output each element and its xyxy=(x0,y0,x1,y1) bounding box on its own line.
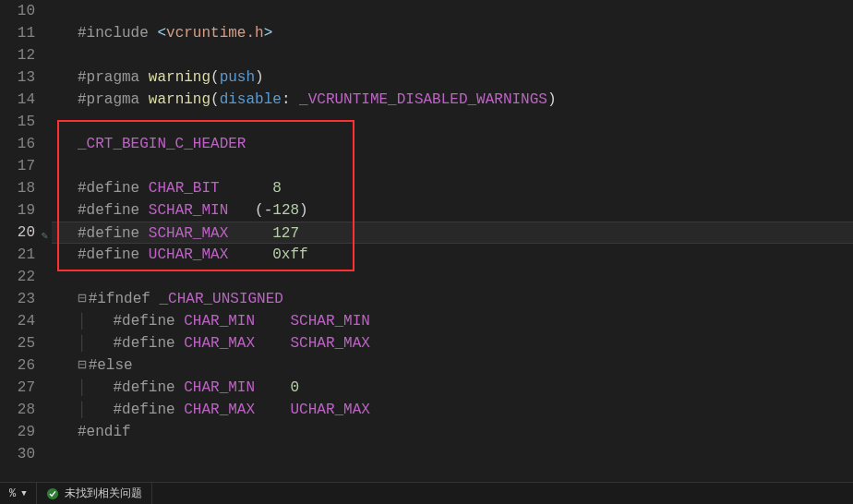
line-number: 22 xyxy=(0,266,35,288)
line-number: 21 xyxy=(0,244,35,266)
fold-marker-icon[interactable]: ⊟ xyxy=(78,357,87,374)
line-number-gutter: 10 11 12 13 14 15 16 17 18 19 20✎ 21 22 … xyxy=(0,0,52,475)
line-number: 18 xyxy=(0,177,35,199)
code-line: ⊟#else xyxy=(78,354,853,377)
line-number: 16 xyxy=(0,133,35,155)
line-number: 19 xyxy=(0,199,35,222)
code-line xyxy=(78,0,853,22)
code-line: │ #define CHAR_MAX SCHAR_MAX xyxy=(78,332,853,354)
line-number: 28 xyxy=(0,399,35,421)
code-line: #define CHAR_BIT 8 xyxy=(78,177,853,199)
code-line: │ #define CHAR_MIN SCHAR_MIN xyxy=(78,310,853,332)
status-no-issues[interactable]: 未找到相关问题 xyxy=(37,483,152,504)
line-number: 10 xyxy=(0,0,35,22)
code-line xyxy=(78,266,853,288)
code-line xyxy=(78,111,853,133)
code-line: ⊟#ifndef _CHAR_UNSIGNED xyxy=(78,288,853,310)
line-number: 27 xyxy=(0,377,35,399)
line-number: 26 xyxy=(0,354,35,377)
status-percent[interactable]: % ▼ xyxy=(0,483,37,504)
line-number: 29 xyxy=(0,421,35,443)
code-line: #pragma warning(disable: _VCRUNTIME_DISA… xyxy=(78,89,853,111)
line-number: 23 xyxy=(0,288,35,310)
code-editor[interactable]: 10 11 12 13 14 15 16 17 18 19 20✎ 21 22 … xyxy=(0,0,853,475)
line-number: 17 xyxy=(0,155,35,177)
line-number: 11 xyxy=(0,22,35,44)
line-number: 24 xyxy=(0,310,35,332)
code-line: #endif xyxy=(78,421,853,443)
code-line: #pragma warning(push) xyxy=(78,66,853,89)
line-number: 12 xyxy=(0,44,35,66)
code-line: #include <vcruntime.h> xyxy=(78,22,853,44)
code-line: _CRT_BEGIN_C_HEADER xyxy=(78,133,853,155)
line-number: 15 xyxy=(0,111,35,133)
code-line xyxy=(78,155,853,177)
line-number: 13 xyxy=(0,66,35,89)
code-line: │ #define CHAR_MIN 0 xyxy=(78,377,853,399)
status-bar: % ▼ 未找到相关问题 xyxy=(0,482,853,504)
line-number: 20✎ xyxy=(0,222,35,244)
line-number: 14 xyxy=(0,89,35,111)
line-number: 25 xyxy=(0,332,35,354)
code-content[interactable]: #include <vcruntime.h> #pragma warning(p… xyxy=(52,0,853,475)
code-line xyxy=(78,443,853,465)
code-line: #define SCHAR_MIN (-128) xyxy=(78,199,853,222)
code-line-current: #define SCHAR_MAX 127 xyxy=(52,222,853,244)
code-line xyxy=(78,44,853,66)
code-line: │ #define CHAR_MAX UCHAR_MAX xyxy=(78,399,853,421)
code-line: #define UCHAR_MAX 0xff xyxy=(78,244,853,266)
line-number: 30 xyxy=(0,443,35,465)
modified-line-icon: ✎ xyxy=(42,225,48,247)
check-circle-icon xyxy=(46,487,59,500)
fold-marker-icon[interactable]: ⊟ xyxy=(78,291,87,307)
